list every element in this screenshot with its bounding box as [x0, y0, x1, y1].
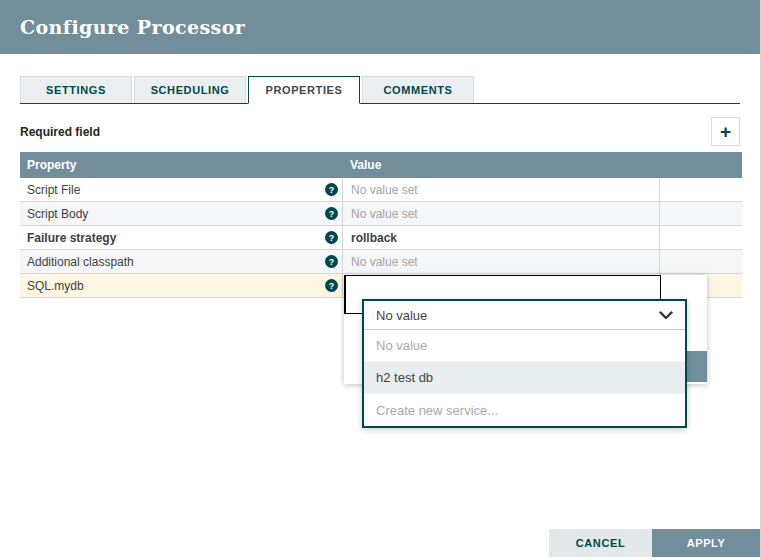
dialog-footer: CANCEL APPLY: [549, 529, 760, 557]
tab-comments[interactable]: COMMENTS: [362, 76, 474, 103]
dialog-header: Configure Processor: [0, 0, 760, 54]
combo-selected-value[interactable]: No value: [364, 301, 685, 330]
property-name: Additional classpath: [27, 255, 134, 269]
help-icon[interactable]: ?: [325, 279, 338, 292]
dialog-title: Configure Processor: [20, 16, 245, 38]
chevron-down-icon: [659, 311, 673, 320]
table-row[interactable]: Script File ? No value set: [20, 178, 742, 202]
table-row[interactable]: Failure strategy ? rollback: [20, 226, 742, 250]
property-value[interactable]: No value set: [343, 250, 660, 273]
table-row[interactable]: Additional classpath ? No value set: [20, 250, 742, 274]
table-header-row: Property Value: [20, 152, 742, 178]
property-name: SQL.mydb: [27, 279, 84, 293]
combo-option-h2-test-db[interactable]: h2 test db: [364, 362, 685, 394]
property-value[interactable]: No value set: [343, 178, 660, 201]
property-value[interactable]: rollback: [343, 226, 660, 249]
property-name: Failure strategy: [27, 231, 116, 245]
apply-button[interactable]: APPLY: [652, 529, 760, 557]
property-value[interactable]: No value set: [343, 202, 660, 225]
plus-icon: +: [720, 122, 731, 141]
help-icon[interactable]: ?: [325, 231, 338, 244]
help-icon[interactable]: ?: [325, 255, 338, 268]
cancel-button[interactable]: CANCEL: [549, 529, 652, 557]
property-name: Script Body: [27, 207, 88, 221]
required-field-label: Required field: [20, 125, 100, 139]
tab-properties[interactable]: PROPERTIES: [248, 76, 360, 104]
table-toolbar: Required field +: [20, 116, 740, 147]
value-combo-dropdown: No value No value h2 test db Create new …: [362, 299, 687, 428]
combo-selected-label: No value: [376, 308, 427, 323]
combo-option-no-value[interactable]: No value: [364, 330, 685, 362]
tab-scheduling[interactable]: SCHEDULING: [134, 76, 246, 103]
configure-processor-dialog: Configure Processor SETTINGS SCHEDULING …: [0, 0, 761, 560]
column-header-value: Value: [343, 158, 660, 172]
tab-bar: SETTINGS SCHEDULING PROPERTIES COMMENTS: [20, 76, 740, 104]
property-name: Script File: [27, 183, 80, 197]
help-icon[interactable]: ?: [325, 183, 338, 196]
add-property-button[interactable]: +: [711, 117, 740, 146]
table-row[interactable]: Script Body ? No value set: [20, 202, 742, 226]
tab-settings[interactable]: SETTINGS: [20, 76, 132, 103]
column-header-property: Property: [20, 158, 343, 172]
combo-option-create-new-service[interactable]: Create new service...: [364, 394, 685, 426]
help-icon[interactable]: ?: [325, 207, 338, 220]
